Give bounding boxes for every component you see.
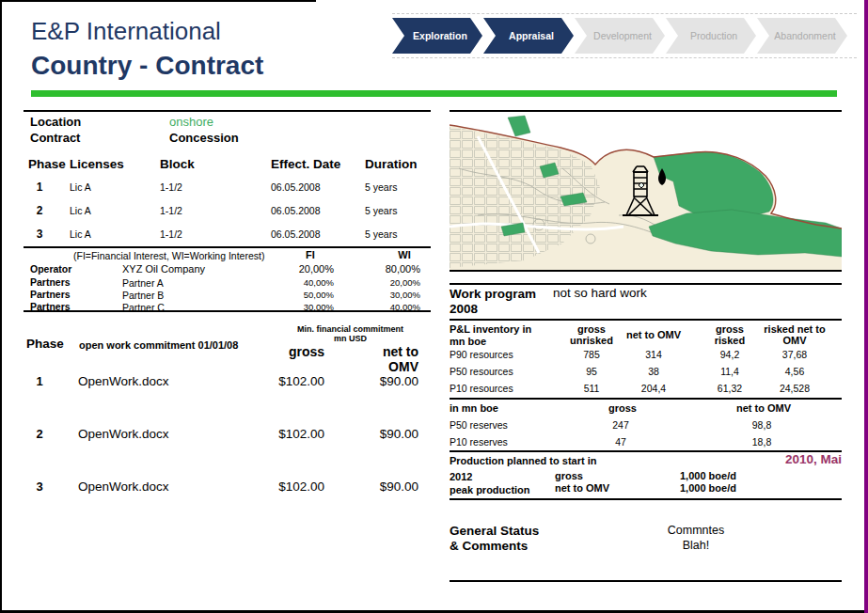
commitment-group-header: Min. financial commitment xyxy=(273,324,428,334)
page-border-right xyxy=(864,0,868,613)
value-cell: 38 xyxy=(618,366,689,377)
block-cell: 1-1/2 xyxy=(160,205,182,216)
licenses-col-header: Licenses xyxy=(70,157,124,171)
license-cell: Lic A xyxy=(70,228,91,240)
stage-appraisal[interactable]: Appraisal xyxy=(483,18,574,54)
map-image xyxy=(450,112,842,270)
value-cell: 314 xyxy=(618,349,689,360)
work-program-note: not so hard work xyxy=(553,286,647,300)
value-cell: 37,68 xyxy=(759,349,830,360)
divider xyxy=(450,270,842,272)
phase-number: 3 xyxy=(28,228,51,241)
divider xyxy=(450,283,842,285)
status-comment-2: Blah! xyxy=(654,539,738,552)
value-cell: 18,8 xyxy=(724,436,799,448)
reserve-label: P50 reserves xyxy=(450,419,508,431)
fi-col-header: FI xyxy=(287,249,334,260)
fi-cell: 40,00% xyxy=(268,277,334,288)
col-header-gross-unrisked: gross unrisked xyxy=(561,322,622,348)
net-cell: $90.00 xyxy=(348,479,418,494)
duration-col-header: Duration xyxy=(365,157,418,171)
divider xyxy=(24,310,431,312)
company-title: E&P International xyxy=(31,17,221,46)
block-cell: 1-1/2 xyxy=(160,228,182,240)
pl-inventory-header: P&L inventory in xyxy=(450,323,531,335)
stage-production[interactable]: Production xyxy=(666,18,756,54)
date-cell: 06.05.2008 xyxy=(271,228,321,240)
value-cell: 47 xyxy=(583,436,658,448)
value-cell: 24,528 xyxy=(759,383,830,394)
role-cell: Partners xyxy=(30,276,71,288)
reserve-label: P10 reserves xyxy=(450,436,508,448)
gross-cell: $102.00 xyxy=(254,479,324,494)
location-label: Location xyxy=(30,115,81,129)
accent-divider xyxy=(31,90,837,97)
status-label: General Status xyxy=(450,524,539,538)
role-cell: Partners xyxy=(30,289,71,300)
production-gross-value: 1,000 boe/d xyxy=(680,470,736,481)
page-title: Country - Contract xyxy=(31,51,263,81)
stage-development[interactable]: Development xyxy=(575,18,665,54)
license-cell: Lic A xyxy=(70,181,91,193)
fi-cell: 50,00% xyxy=(268,290,334,300)
date-cell: 06.05.2008 xyxy=(271,181,321,193)
resource-label: P10 resources xyxy=(450,383,513,394)
work-document-link[interactable]: OpenWork.docx xyxy=(78,427,169,441)
block-cell: 1-1/2 xyxy=(160,181,182,193)
phase-number: 2 xyxy=(28,427,51,441)
stage-label: Production xyxy=(690,30,737,41)
page-border-left xyxy=(0,0,2,613)
resource-label: P50 resources xyxy=(450,366,513,377)
net-col-header: net to OMV xyxy=(353,344,418,374)
stage-label: Abandonment xyxy=(774,30,835,41)
gross-cell: $102.00 xyxy=(254,374,324,388)
license-cell: Lic A xyxy=(70,205,91,216)
net-cell: $90.00 xyxy=(348,427,418,441)
work-program-year: 2008 xyxy=(450,302,478,316)
commitment-group-subheader: mn USD xyxy=(273,334,428,343)
phase-number: 1 xyxy=(28,181,51,194)
contract-overview-page: E&P International Country - Contract Exp… xyxy=(0,0,868,613)
contract-value: Concession xyxy=(169,131,239,145)
divider xyxy=(24,110,431,112)
value-cell: 204,4 xyxy=(618,383,689,394)
col-header-gross-risked: gross risked xyxy=(700,322,760,348)
resource-label: P90 resources xyxy=(450,349,513,360)
duration-cell: 5 years xyxy=(365,205,397,216)
gross-cell: $102.00 xyxy=(254,427,324,441)
work-document-link[interactable]: OpenWork.docx xyxy=(78,479,169,494)
wi-cell: 20,00% xyxy=(362,277,420,288)
value-cell: 247 xyxy=(583,419,658,431)
stage-label: Exploration xyxy=(413,30,467,41)
date-cell: 06.05.2008 xyxy=(271,205,321,216)
phase-number: 2 xyxy=(28,204,51,217)
value-cell: 11,4 xyxy=(694,366,765,377)
wi-cell: 30,00% xyxy=(362,290,420,300)
stage-abandonment[interactable]: Abandonment xyxy=(757,18,847,54)
pl-inventory-subheader: mn boe xyxy=(450,336,486,347)
work-program-title: Work program xyxy=(450,287,536,301)
interest-note: (FI=Financial Interest, WI=Working Inter… xyxy=(73,250,264,261)
divider xyxy=(450,319,842,321)
reserves-header: in mn boe xyxy=(450,402,498,414)
value-cell: 511 xyxy=(556,383,627,394)
reserves-net-header: net to OMV xyxy=(728,402,799,414)
duration-cell: 5 years xyxy=(365,181,397,193)
production-start-value: 2010, Mai xyxy=(701,452,842,466)
value-cell: 785 xyxy=(556,349,627,360)
stage-exploration[interactable]: Exploration xyxy=(392,18,482,54)
work-document-link[interactable]: OpenWork.docx xyxy=(78,374,169,388)
divider xyxy=(24,246,431,248)
partner-name-cell: XYZ Oil Company xyxy=(122,263,205,275)
divider xyxy=(450,398,842,400)
gross-col-header: gross xyxy=(259,344,324,359)
duration-cell: 5 years xyxy=(365,228,397,240)
page-border-top xyxy=(0,0,316,2)
location-map xyxy=(450,112,842,270)
value-cell: 95 xyxy=(556,366,627,377)
phase-col-header: Phase xyxy=(28,157,66,171)
role-cell: Operator xyxy=(30,263,71,275)
production-year: 2012 xyxy=(450,471,472,482)
divider xyxy=(450,580,842,582)
phase-number: 1 xyxy=(28,374,51,388)
